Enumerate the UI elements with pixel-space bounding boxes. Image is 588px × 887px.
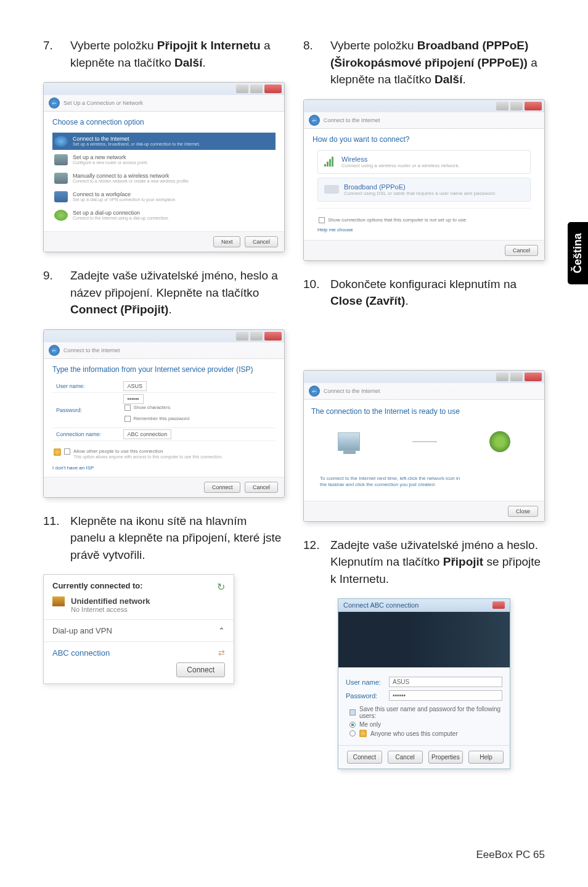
allow-others: Allow other people to use this connectio… (52, 446, 276, 461)
back-icon: ← (309, 386, 320, 397)
cancel-button: Cancel (505, 245, 538, 256)
screenshot-tray: Currently connected to: ↻ Unidentified n… (43, 574, 234, 684)
username-label: User name: (346, 679, 383, 686)
step-7: 7. Vyberte položku Připojit k Internetu … (43, 37, 285, 71)
step-text: Vyberte položku Připojit k Internetu a k… (70, 37, 285, 71)
close-icon (264, 85, 282, 93)
next-button: Next (213, 236, 241, 247)
help-button: Help (468, 751, 504, 764)
signal-icon (324, 157, 337, 167)
connect-button: Connect (204, 482, 241, 493)
checkbox-icon (125, 405, 131, 411)
refresh-icon: ↻ (217, 581, 225, 593)
step-num: 8. (303, 37, 330, 88)
username-input: ASUS (123, 381, 147, 391)
password-input: •••••• (123, 394, 144, 404)
checkbox-icon (125, 416, 131, 422)
cancel-button: Cancel (388, 751, 423, 764)
checkbox-icon (64, 448, 70, 455)
chevron-up-icon: ⌃ (218, 626, 225, 635)
no-isp-link: I don't have an ISP (52, 465, 276, 471)
password-input: •••••• (389, 690, 502, 701)
step-12: 12. Zadejte vaše uživatelské jméno a hes… (303, 537, 545, 588)
modem-icon (324, 185, 339, 194)
back-icon: ← (49, 345, 60, 356)
step-text: Vyberte položku Broadband (PPPoE) (Širok… (330, 37, 545, 88)
close-icon (525, 102, 542, 110)
step-10: 10. Dokončete konfiguraci klepnutím na C… (303, 276, 545, 310)
radio-icon (349, 730, 356, 736)
network-name: Unidentified network (71, 596, 150, 606)
connection-name-input: ABC connection (123, 429, 172, 439)
option-workplace: Connect to a workplaceSet up a dial-up o… (52, 188, 276, 205)
screenshot-how-connect: ←Connect to the Internet How do you want… (303, 99, 545, 261)
step-num: 11. (43, 513, 70, 564)
option-manual-wireless: Manually connect to a wireless networkCo… (52, 170, 276, 187)
globe-icon (54, 136, 68, 147)
step-num: 9. (43, 267, 70, 318)
close-icon (264, 332, 282, 340)
back-icon: ← (309, 115, 320, 126)
page-footer: EeeBox PC 65 (476, 849, 545, 861)
router-icon (54, 154, 68, 165)
workplace-icon (54, 191, 68, 202)
connect-button: Connect (347, 751, 382, 764)
step-11: 11. Klepněte na ikonu sítě na hlavním pa… (43, 513, 285, 564)
close-icon (492, 601, 505, 609)
help-me-link: Help me choose (317, 227, 531, 233)
radio-icon (349, 722, 356, 728)
password-label: Password: (52, 393, 120, 428)
dialup-icon (54, 210, 68, 221)
language-tab: Čeština (568, 222, 588, 284)
pc-icon (338, 432, 360, 451)
cancel-button: Cancel (245, 236, 278, 247)
option-connect-internet: Connect to the InternetSet up a wireless… (52, 133, 276, 150)
globe-icon (489, 431, 510, 452)
step-num: 10. (303, 276, 330, 310)
tray-title: Currently connected to: (52, 581, 143, 590)
connect-button: Connect (176, 662, 225, 677)
wizard-title: The connection to the Internet is ready … (311, 407, 537, 416)
connection-entry: ABC connection (52, 648, 110, 658)
section-dialup: Dial-up and VPN (52, 626, 112, 635)
back-icon: ← (49, 97, 60, 109)
monitor-icon (54, 173, 68, 184)
network-status: No Internet access (71, 606, 150, 613)
password-label: Password: (346, 692, 383, 699)
step-num: 12. (303, 537, 330, 588)
screenshot-ready: ←Connect to the Internet The connection … (303, 370, 545, 522)
step-8: 8. Vyberte položku Broadband (PPPoE) (Ši… (303, 37, 545, 88)
username-input: ASUS (389, 677, 502, 687)
step-text: Zadejte vaše uživatelské jméno, heslo a … (70, 267, 285, 318)
step-text: Zadejte vaše uživatelské jméno a heslo. … (330, 537, 545, 588)
step-text: Dokončete konfiguraci klepnutím na Close… (330, 276, 545, 310)
step-text: Klepněte na ikonu sítě na hlavním panelu… (70, 513, 285, 564)
screenshot-connect-dialog: Connect ABC connection User name: ASUS P… (338, 598, 510, 769)
dialog-image (338, 612, 510, 667)
close-icon (525, 373, 542, 381)
step-num: 7. (43, 37, 70, 71)
wizard-title: Type the information from your Internet … (52, 365, 276, 374)
step-9: 9. Zadejte vaše uživatelské jméno, heslo… (43, 267, 285, 318)
screenshot-choose-connection: ←Set Up a Connection or Network Choose a… (43, 82, 285, 252)
network-icon (52, 596, 65, 606)
dialog-title: Connect ABC connection (343, 601, 419, 609)
username-label: User name: (52, 380, 120, 393)
option-new-network: Set up a new networkConfigure a new rout… (52, 151, 276, 168)
cancel-button: Cancel (245, 482, 278, 493)
wizard-title: How do you want to connect? (312, 135, 536, 144)
modem-icon: ⇄ (218, 648, 225, 658)
properties-button: Properties (428, 751, 463, 764)
option-wireless: WirelessConnect using a wireless router … (317, 150, 531, 174)
connection-name-label: Connection name: (52, 428, 120, 441)
close-button: Close (508, 506, 538, 517)
option-dialup: Set up a dial-up connectionConnect to th… (52, 207, 276, 224)
shield-icon (54, 448, 61, 456)
checkbox-icon (349, 709, 356, 716)
wizard-title: Choose a connection option (52, 118, 276, 126)
checkbox-icon (319, 217, 325, 223)
option-broadband: Broadband (PPPoE)Connect using DSL or ca… (317, 178, 531, 202)
screenshot-isp-info: ←Connect to the Internet Type the inform… (43, 329, 285, 498)
shield-icon (359, 730, 367, 737)
